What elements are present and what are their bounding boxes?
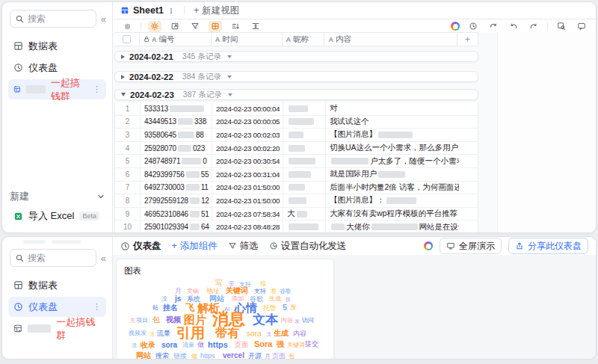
sidebar-item-dashboard[interactable]: 仪表盘 ⋮: [8, 297, 106, 317]
sidebar-item-dashboard[interactable]: 仪表盘: [8, 58, 106, 78]
find-in-table-icon[interactable]: [555, 21, 568, 32]
view-options-icon[interactable]: [120, 21, 134, 32]
group-icon[interactable]: [209, 21, 222, 32]
more-icon[interactable]: ⋮: [93, 302, 101, 312]
comment-icon[interactable]: [575, 21, 588, 32]
wordcloud-word: vercel: [223, 352, 244, 360]
wordcloud-chart-card[interactable]: 图表 写里支持投月卖锅地址关键词支持卷谷歌没js系统网站添加谷歌生成投站挂名飞解…: [116, 259, 334, 360]
group-row-2024-02-23[interactable]: 2024-02-23 387 条记录: [114, 89, 478, 100]
cell-text: 0: [203, 157, 206, 165]
group-row-2024-02-21[interactable]: 2024-02-21 345 条记录: [114, 51, 478, 62]
table-row[interactable]: 2434495133382024-02-23 00:00:05我试试这个: [115, 116, 478, 129]
filter-button[interactable]: 筛选: [228, 240, 259, 253]
text-field-icon: A: [215, 36, 221, 43]
checkbox-icon[interactable]: [123, 35, 131, 43]
add-widget-button[interactable]: + 添加组件: [172, 240, 218, 253]
new-section[interactable]: 新建: [10, 188, 105, 206]
sidebar-item-group-table[interactable]: 一起搞钱群 ⋮: [8, 79, 106, 99]
redacted-text: [372, 223, 418, 230]
redacted-text: [289, 184, 305, 191]
cell-text: 023: [193, 144, 205, 152]
table-row[interactable]: 393580645882024-02-23 00:02:03【图片消息】: [115, 129, 478, 142]
sort-icon[interactable]: [229, 21, 242, 32]
caret-right-icon[interactable]: [121, 55, 125, 59]
select-all-cell[interactable]: [114, 33, 140, 46]
column-label: 编号: [158, 34, 174, 45]
wordcloud-word: 写: [215, 280, 223, 287]
wordcloud-word: 消息: [212, 311, 245, 327]
redo-icon[interactable]: [527, 21, 540, 32]
wordcloud-word: 飞: [185, 303, 194, 312]
sync-icon[interactable]: [487, 21, 500, 32]
column-header-nickname[interactable]: A昵称: [283, 33, 325, 46]
cell-text: 【图片消息】：: [330, 195, 385, 206]
redacted-text: [331, 223, 345, 230]
caret-down-icon[interactable]: [228, 93, 232, 96]
monitor-icon: [446, 241, 455, 250]
caret-down-icon[interactable]: [227, 75, 232, 78]
table-row[interactable]: 827992559128122024-02-23 01:50:00【图片消息】：: [115, 194, 478, 208]
dashboard-clock-icon: [13, 302, 23, 312]
group-row-2024-02-22[interactable]: 2024-02-22 384 条记录: [114, 71, 478, 82]
form-view-icon[interactable]: [168, 21, 182, 32]
table-row[interactable]: 524874897102024-02-23 00:30:54户太多了，随便一个小…: [115, 155, 478, 168]
text-field-icon: A: [328, 36, 333, 43]
search-input[interactable]: 搜索: [10, 249, 96, 267]
table-row[interactable]: 68429399756552024-02-23 00:31:04就是国际用户: [115, 168, 478, 182]
column-header-time[interactable]: A时间: [212, 33, 283, 46]
wordcloud-word: 没: [150, 331, 155, 336]
field-config-icon[interactable]: [148, 21, 161, 32]
column-header-content[interactable]: A内容: [324, 33, 457, 46]
group-count: 345 条记录: [182, 52, 221, 62]
ai-assistant-icon[interactable]: [451, 22, 460, 31]
redacted-text: [28, 324, 51, 333]
wordcloud-word: 图片: [184, 314, 206, 325]
wordcloud-word: 卖锅: [187, 289, 199, 294]
caret-down-icon[interactable]: [227, 55, 232, 58]
row-height-icon[interactable]: [249, 21, 262, 32]
wordcloud-word: 网站: [136, 352, 151, 360]
tab-sheet1[interactable]: Sheet1 ⋮: [120, 5, 175, 16]
group-count: 387 条记录: [183, 90, 222, 100]
auto-send-button[interactable]: 设置自动化发送: [269, 240, 347, 253]
add-field-button[interactable]: +: [457, 33, 478, 46]
more-icon[interactable]: ⋮: [93, 84, 101, 94]
table-row[interactable]: 1025901029394642024-02-23 08:48:28大佬你网站是…: [115, 220, 478, 233]
new-view-button[interactable]: + 新建视图: [194, 4, 239, 17]
filter-icon[interactable]: [188, 21, 202, 32]
wordcloud-word: https: [208, 341, 228, 349]
search-icon: [16, 15, 24, 23]
table-row[interactable]: 946952310846512024-02-23 07:58:34大大家有没有卖…: [115, 208, 478, 221]
wordcloud-word: sora: [247, 330, 261, 338]
ai-assistant-icon[interactable]: [424, 241, 433, 250]
table-row[interactable]: 15333132024-02-23 00:00:04对: [115, 102, 478, 116]
sidebar-item-label: 一起搞钱群: [56, 315, 101, 342]
more-icon[interactable]: ⋮: [167, 7, 175, 15]
cell-text: 切换UA这么一个小需求，那么多用户。: [330, 143, 459, 153]
collapse-sidebar-icon[interactable]: «: [101, 253, 106, 263]
present-label: 全屏演示: [459, 240, 495, 253]
import-excel-button[interactable]: 导入 Excel Beta: [8, 206, 106, 226]
present-button[interactable]: 全屏演示: [440, 238, 502, 254]
cell-text: 88: [196, 131, 204, 139]
automation-icon: [269, 241, 278, 250]
sidebar-item-group-table[interactable]: 一起搞钱群: [8, 318, 106, 339]
sidebar-item-datatable[interactable]: 数据表: [8, 36, 106, 56]
share-dashboard-button[interactable]: 分享此仪表盘: [508, 238, 588, 254]
search-input[interactable]: 搜索: [10, 10, 96, 28]
wordcloud-word: 流量: [182, 342, 194, 348]
table-row[interactable]: 76492730003112024-02-23 01:50:00后面半小时内量2…: [115, 182, 478, 195]
cell-text: 我试试这个: [330, 117, 369, 127]
wordcloud-word: 访问: [302, 318, 314, 324]
redacted-text: [186, 171, 200, 178]
collapse-sidebar-icon[interactable]: «: [101, 14, 106, 24]
undo-icon[interactable]: [507, 21, 520, 32]
table-row[interactable]: 4259280700232024-02-23 00:02:20切换UA这么一个小…: [115, 142, 478, 155]
caret-down-icon[interactable]: [121, 93, 126, 96]
redacted-text: [289, 118, 314, 125]
caret-right-icon[interactable]: [121, 75, 125, 79]
column-header-id[interactable]: A 编号: [140, 33, 212, 46]
cell-text: 27992559128: [144, 197, 188, 205]
history-icon[interactable]: [466, 21, 480, 32]
sidebar-item-datatable[interactable]: 数据表: [8, 275, 106, 295]
